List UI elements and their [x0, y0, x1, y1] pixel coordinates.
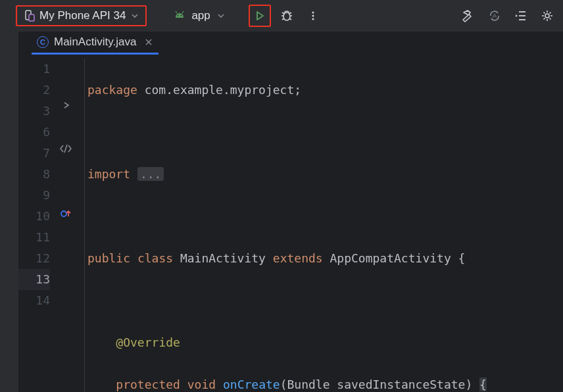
- svg-line-11: [282, 18, 284, 20]
- main-toolbar: My Phone API 34 app A: [0, 0, 563, 32]
- device-manager-button[interactable]: [510, 5, 531, 26]
- code-content[interactable]: package com.example.myproject; import ..…: [84, 59, 563, 392]
- hammer-icon: [461, 9, 476, 23]
- more-actions-button[interactable]: [303, 5, 324, 26]
- device-icon: [24, 10, 36, 22]
- svg-point-4: [178, 15, 179, 16]
- editor-tab[interactable]: C MainActivity.java: [32, 32, 159, 55]
- device-selector[interactable]: My Phone API 34: [16, 5, 147, 26]
- svg-line-3: [182, 11, 184, 13]
- run-button[interactable]: [249, 5, 271, 27]
- android-icon: [173, 9, 186, 22]
- play-icon: [254, 10, 266, 22]
- close-tab-button[interactable]: [144, 37, 153, 47]
- sync-icon: A: [487, 9, 502, 23]
- code-editor[interactable]: 1 2 3 6 7 8 9 10 11 12 13 14: [18, 55, 563, 392]
- code-tag-icon[interactable]: [59, 143, 72, 154]
- tab-filename: MainActivity.java: [54, 36, 136, 49]
- debug-button[interactable]: [276, 5, 297, 26]
- module-selector[interactable]: app: [168, 7, 230, 25]
- settings-button[interactable]: [537, 5, 558, 26]
- tool-window-bar[interactable]: [0, 32, 18, 392]
- class-file-icon: C: [37, 36, 49, 48]
- module-label: app: [191, 9, 210, 22]
- build-button[interactable]: [458, 5, 479, 26]
- svg-line-10: [289, 12, 291, 14]
- override-marker-icon[interactable]: [61, 208, 71, 219]
- svg-point-15: [312, 18, 314, 20]
- sync-button[interactable]: A: [484, 5, 505, 26]
- line-number-gutter: 1 2 3 6 7 8 9 10 11 12 13 14: [18, 59, 58, 392]
- svg-point-14: [312, 14, 314, 16]
- svg-rect-1: [29, 14, 34, 21]
- list-icon: [514, 9, 528, 23]
- close-icon: [144, 37, 153, 47]
- gear-icon: [540, 9, 554, 23]
- svg-marker-20: [516, 14, 518, 17]
- device-label: My Phone API 34: [39, 9, 126, 22]
- svg-line-12: [289, 18, 291, 20]
- svg-text:A: A: [493, 12, 497, 19]
- svg-line-24: [64, 145, 67, 153]
- editor-gutter: [58, 59, 84, 392]
- svg-point-13: [312, 11, 314, 13]
- chevron-down-icon: [131, 12, 139, 20]
- fold-icon[interactable]: [62, 101, 71, 110]
- svg-point-6: [283, 12, 290, 20]
- editor-tab-bar: C MainActivity.java: [18, 32, 563, 55]
- bug-icon: [280, 9, 294, 23]
- chevron-down-icon: [217, 12, 225, 20]
- svg-line-2: [176, 11, 177, 13]
- svg-point-5: [181, 15, 182, 16]
- svg-line-9: [282, 12, 284, 14]
- svg-point-25: [61, 211, 66, 216]
- svg-point-21: [545, 14, 549, 18]
- more-vertical-icon: [307, 10, 319, 22]
